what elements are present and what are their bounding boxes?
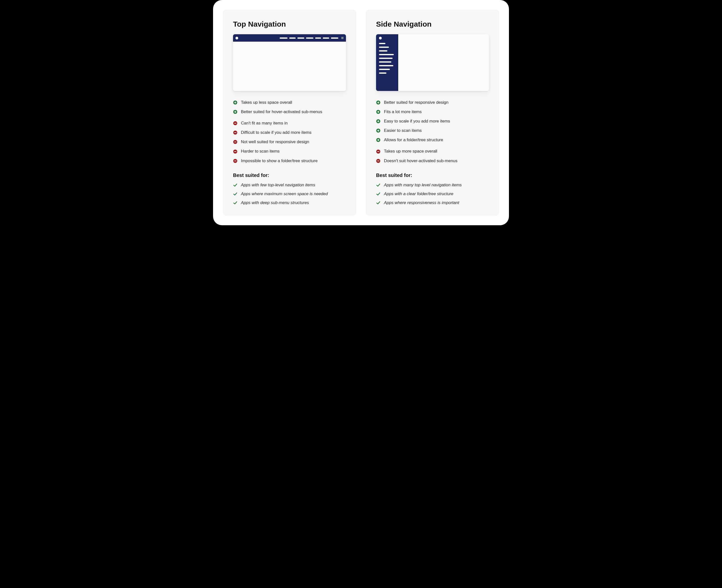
svg-rect-9 [234,132,237,133]
list-item: Allows for a folder/tree structure [376,137,489,143]
hamburger-icon [341,37,343,39]
svg-rect-7 [234,123,237,124]
list-item: Better suited for hover-activated sub-me… [233,109,346,114]
list-item: Apps with few top-level navigation items [233,183,346,188]
svg-rect-34 [377,161,380,161]
mockup-topbar [233,34,346,42]
plus-circle-icon [376,128,380,133]
check-icon [233,183,238,187]
minus-circle-icon [233,159,238,163]
mockup-content-area [398,34,489,91]
plus-circle-icon [233,110,238,114]
plus-circle-icon [233,100,238,105]
mockup-nav-items [280,38,338,39]
card-title: Side Navigation [376,20,489,28]
minus-circle-icon [376,159,380,163]
minus-circle-icon [233,140,238,144]
item-text: Easy to scale if you add more items [384,119,450,124]
svg-rect-18 [378,102,379,104]
item-text: Apps where responsiveness is important [384,201,459,205]
plus-circle-icon [376,138,380,142]
svg-rect-2 [235,102,236,104]
comparison-page: Top Navigation [213,0,509,225]
plus-circle-icon [376,100,380,105]
best-suited-heading: Best suited for: [376,172,489,178]
item-text: Impossible to show a folder/tree structu… [241,158,318,164]
list-item: Difficult to scale if you add more items [233,130,346,135]
best-suited-list: Apps with few top-level navigation items… [233,183,346,205]
mockup-side-nav [376,34,489,91]
list-item: Apps where responsiveness is important [376,201,489,205]
list-item: Apps where maximum screen space is neede… [233,191,346,196]
item-text: Not well suited for responsive design [241,139,309,145]
item-text: Can't fit as many items in [241,121,287,126]
item-text: Difficult to scale if you add more items [241,130,312,135]
item-text: Apps with deep sub-menu structures [241,201,309,205]
list-item: Impossible to show a folder/tree structu… [233,158,346,164]
item-text: Better suited for responsive design [384,100,448,105]
minus-circle-icon [376,149,380,154]
mockup-logo [379,37,382,39]
minus-circle-icon [233,121,238,125]
list-item: Easy to scale if you add more items [376,119,489,124]
plus-circle-icon [376,110,380,114]
plus-circle-icon [376,119,380,124]
check-icon [376,201,380,205]
best-suited-heading: Best suited for: [233,172,346,178]
svg-rect-15 [234,161,237,161]
mockup-top-nav [233,34,346,91]
item-text: Takes up less space overall [241,100,292,105]
cons-list: Takes up more space overall Doesn't suit… [376,149,489,163]
svg-rect-32 [377,151,380,152]
pros-list: Takes up less space overall Better suite… [233,100,346,114]
item-text: Easier to scan items [384,128,422,133]
item-text: Takes up more space overall [384,149,437,154]
item-text: Apps where maximum screen space is neede… [241,191,328,196]
check-icon [376,192,380,196]
check-icon [233,192,238,196]
list-item: Apps with a clear folder/tree structure [376,191,489,196]
list-item: Better suited for responsive design [376,100,489,105]
list-item: Takes up less space overall [233,100,346,105]
list-item: Harder to scan items [233,149,346,154]
svg-rect-11 [234,142,237,143]
list-item: Can't fit as many items in [233,121,346,126]
minus-circle-icon [233,149,238,154]
minus-circle-icon [233,130,238,135]
svg-rect-5 [235,111,236,113]
item-text: Fits a lot more items [384,109,422,114]
item-text: Allows for a folder/tree structure [384,137,443,143]
best-suited-list: Apps with many top level navigation item… [376,183,489,205]
svg-rect-24 [378,120,379,123]
item-text: Doesn't suit hover-activated sub-menus [384,158,457,164]
list-item: Doesn't suit hover-activated sub-menus [376,158,489,164]
item-text: Apps with a clear folder/tree structure [384,191,454,196]
svg-rect-27 [378,130,379,132]
item-text: Harder to scan items [241,149,280,154]
mockup-sidebar [376,34,398,91]
check-icon [233,201,238,205]
svg-rect-30 [378,139,379,141]
card-top-navigation: Top Navigation [223,10,356,215]
svg-rect-13 [234,151,237,152]
list-item: Not well suited for responsive design [233,139,346,145]
list-item: Easier to scan items [376,128,489,133]
list-item: Fits a lot more items [376,109,489,114]
card-title: Top Navigation [233,20,346,28]
item-text: Apps with few top-level navigation items [241,183,315,188]
item-text: Apps with many top level navigation item… [384,183,462,188]
mockup-logo [236,37,238,39]
item-text: Better suited for hover-activated sub-me… [241,109,322,114]
cons-list: Can't fit as many items in Difficult to … [233,121,346,163]
pros-list: Better suited for responsive design Fits… [376,100,489,143]
list-item: Apps with many top level navigation item… [376,183,489,188]
list-item: Takes up more space overall [376,149,489,154]
check-icon [376,183,380,187]
svg-rect-21 [378,111,379,113]
list-item: Apps with deep sub-menu structures [233,201,346,205]
card-side-navigation: Side Navigation [366,10,499,215]
